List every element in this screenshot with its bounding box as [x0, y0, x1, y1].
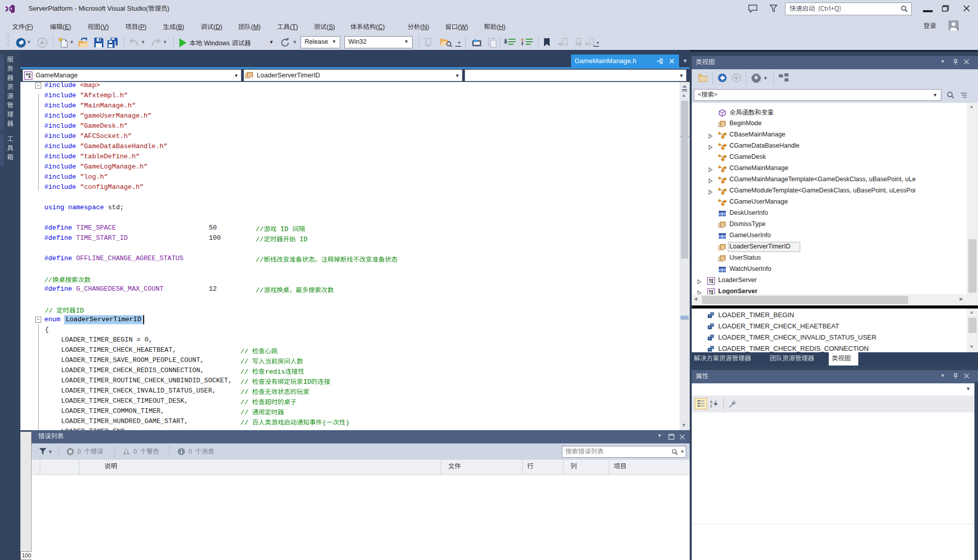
svg-text:Z: Z: [710, 404, 713, 408]
svg-text:A: A: [710, 400, 713, 404]
